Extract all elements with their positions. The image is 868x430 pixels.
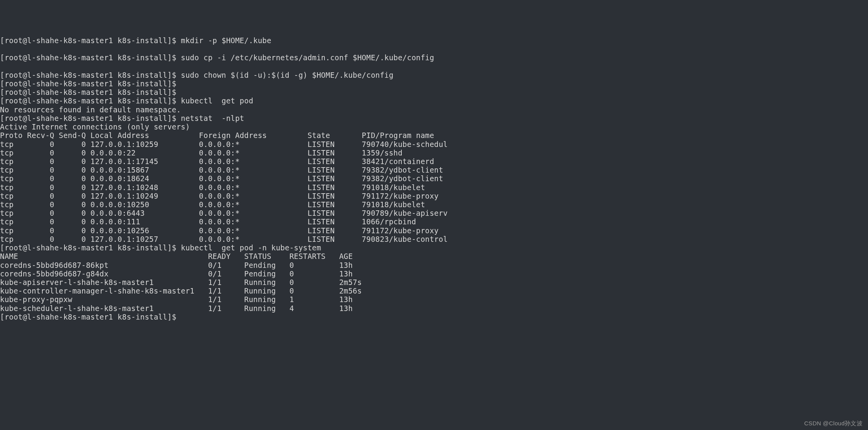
terminal-output[interactable]: [root@l-shahe-k8s-master1 k8s-install]$ … — [0, 35, 868, 321]
